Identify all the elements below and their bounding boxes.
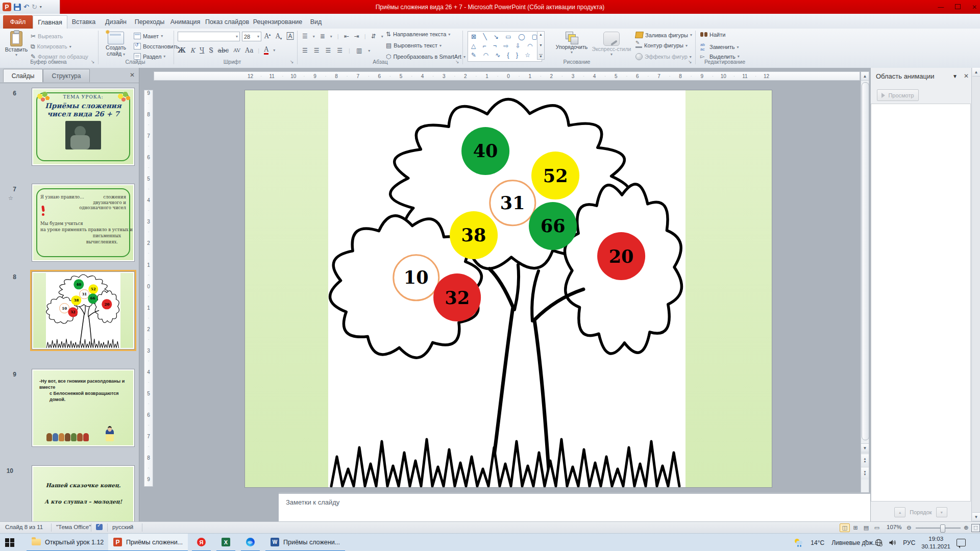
tab-animations[interactable]: Анимация [167, 15, 203, 29]
paste-button[interactable]: Вставить▾ [4, 31, 29, 57]
spellcheck-icon[interactable] [96, 524, 103, 530]
pane-menu-icon[interactable]: ▼ [952, 73, 958, 79]
arrange-button[interactable]: Упорядочить▾ [554, 32, 590, 55]
numbering-button[interactable]: ≣ [320, 33, 325, 40]
bold-button[interactable]: Ж [178, 47, 186, 54]
change-case-button[interactable]: Аа [245, 47, 253, 54]
text-direction-button[interactable]: ⇅Направление текста▾ [386, 31, 450, 38]
tab-home[interactable]: Главная [33, 15, 67, 29]
slide-canvas[interactable]: 4052316638201032 [244, 90, 772, 488]
apple-circle-38[interactable]: 38 [450, 211, 498, 259]
tab-view[interactable]: Вид [304, 15, 328, 29]
volume-icon[interactable] [889, 539, 897, 546]
minimize-button[interactable]: — [938, 4, 944, 10]
panel-close-icon[interactable]: ✕ [130, 71, 135, 79]
start-button[interactable] [0, 534, 19, 551]
gallery-up-icon[interactable]: ▲ [539, 33, 543, 36]
pane-scroll-up-icon[interactable]: ▲ [972, 68, 980, 77]
tab-file[interactable]: Файл [3, 15, 33, 29]
char-spacing-button[interactable]: AV [233, 47, 240, 53]
font-dialog-launcher[interactable]: ↘ [290, 59, 294, 64]
tab-slides-thumbnails[interactable]: Слайды [3, 69, 43, 82]
apple-circle-31[interactable]: 31 [489, 180, 535, 226]
scrollbar-thumb[interactable] [862, 82, 869, 440]
taskbar-yandex-button[interactable]: Я [192, 534, 211, 551]
previous-slide-button[interactable]: ▲▲ [861, 454, 869, 466]
slide-counter[interactable]: Слайд 8 из 11 [5, 524, 43, 530]
underline-button[interactable]: Ч [200, 47, 204, 54]
slide-green-band-right[interactable] [685, 90, 772, 487]
drawing-dialog-launcher[interactable]: ↘ [688, 59, 692, 64]
shape-effects-button[interactable]: Эффекты фигур▾ [635, 53, 692, 60]
align-text-button[interactable]: ▤Выровнять текст▾ [386, 42, 442, 49]
gallery-down-icon[interactable]: ▼ [539, 43, 543, 47]
apple-circle-66[interactable]: 66 [88, 294, 97, 304]
slide-thumbnail-7[interactable]: 7 ☆ Я узнаю правило… сложения двузначног… [0, 184, 139, 268]
slide-thumbnail-6[interactable]: 6 ТЕМА УРОКА: Приёмы сложения чисел вида… [0, 88, 139, 172]
zoom-slider[interactable] [916, 528, 961, 529]
slide-tree-image[interactable]: 4052316638201032 [328, 90, 685, 487]
font-size-combo[interactable]: 28▾ [242, 32, 261, 41]
slide-sorter-view-button[interactable]: ⊞ [850, 523, 861, 532]
font-color-button[interactable]: А [264, 46, 268, 55]
apple-circle-20[interactable]: 20 [597, 232, 645, 280]
font-name-combo[interactable]: ▾ [178, 32, 240, 41]
decrease-indent-button[interactable]: ⇤ [344, 33, 349, 40]
reorder-down-button[interactable]: ▼ [936, 507, 947, 517]
gallery-more-icon[interactable]: ▼ [539, 54, 543, 58]
align-left-button[interactable]: ☰ [302, 47, 308, 54]
shape-fill-button[interactable]: Заливка фигуры▾ [635, 32, 692, 38]
columns-button[interactable]: ▥ [356, 47, 362, 54]
editor-scrollbar[interactable]: ▲ ▼ ▲▲ ▼▼ [861, 71, 869, 503]
shapes-gallery-scroll[interactable]: ▲ ▼ ▼ [537, 31, 545, 60]
cut-button[interactable]: ✂Вырезать [31, 33, 63, 40]
quick-styles-button[interactable]: Экспресс-стили▾ [591, 32, 632, 57]
tab-slideshow[interactable]: Показ слайдов [203, 15, 251, 29]
zoom-in-icon[interactable]: ⊕ [964, 524, 969, 531]
apple-circle-10[interactable]: 10 [393, 255, 439, 301]
paragraph-dialog-launcher[interactable]: ↘ [455, 59, 459, 64]
clock[interactable]: 19:03 30.11.2021 [921, 535, 950, 550]
taskbar-folder-button[interactable]: Открытый урок 1.12 [27, 534, 109, 551]
apple-circle-32[interactable]: 32 [433, 273, 481, 321]
text-shadow-button[interactable]: S [209, 47, 213, 54]
reorder-up-button[interactable]: ▲ [894, 507, 905, 517]
keyboard-language[interactable]: РУС [903, 539, 915, 546]
vertical-ruler[interactable]: 9·8·7·6·5·4·3·2·1·0·1·2·3·4·5·6·7·8·9 [144, 90, 153, 487]
apple-circle-66[interactable]: 66 [529, 202, 577, 250]
zoom-slider-thumb[interactable] [940, 524, 945, 533]
tray-expand-icon[interactable]: ⌃ [863, 539, 869, 546]
clear-formatting-button[interactable]: 🄰 [287, 33, 293, 40]
maximize-button[interactable] [955, 4, 961, 10]
slide-thumbnail-9[interactable]: 9 -Ну вот, все гномики расколдованы и вм… [0, 369, 139, 453]
layout-button[interactable]: Макет▾ [134, 33, 163, 39]
tab-transitions[interactable]: Переходы [132, 15, 167, 29]
shapes-gallery[interactable]: ⊠ ╲ ↘ ▭ ◯ ▢ △ ⌐ ¬ ⇨ ⇩ ◠ ✎ ◠ ∿ { } ☆ [468, 31, 542, 62]
align-right-button[interactable]: ☰ [326, 47, 331, 54]
apple-circle-40[interactable]: 40 [74, 280, 84, 289]
animation-list[interactable] [871, 104, 971, 502]
next-slide-button[interactable]: ▼▼ [861, 467, 869, 480]
taskbar-edge-button[interactable] [241, 534, 260, 551]
line-spacing-button[interactable]: ⇵ [371, 33, 376, 40]
apple-circle-32[interactable]: 32 [68, 307, 78, 317]
slideshow-view-button[interactable]: ▭ [872, 523, 882, 532]
apple-circle-38[interactable]: 38 [71, 295, 81, 305]
pane-scroll-down-icon[interactable]: ▼ [972, 512, 980, 521]
pane-close-icon[interactable]: ✕ [964, 72, 969, 80]
network-globe-icon[interactable] [875, 539, 883, 546]
animation-pane-scrollbar[interactable]: ▲ ▼ [971, 68, 980, 521]
zoom-percent[interactable]: 107% [887, 524, 901, 530]
apple-circle-40[interactable]: 40 [461, 127, 509, 175]
replace-button[interactable]: abacЗаменить▾ [700, 42, 739, 52]
justify-button[interactable]: ☰ [337, 47, 342, 54]
tab-outline[interactable]: Структура [43, 69, 90, 82]
copy-button[interactable]: ⧉Копировать▾ [31, 43, 71, 50]
shape-outline-button[interactable]: Контур фигуры▾ [635, 42, 688, 48]
normal-view-button[interactable]: ◫ [840, 523, 850, 532]
zoom-out-icon[interactable]: ⊖ [906, 524, 912, 531]
language-indicator[interactable]: русский [112, 524, 133, 530]
increase-indent-button[interactable]: ⇥ [354, 33, 359, 40]
italic-button[interactable]: К [190, 47, 195, 54]
play-animations-button[interactable]: Просмотр [877, 89, 919, 101]
